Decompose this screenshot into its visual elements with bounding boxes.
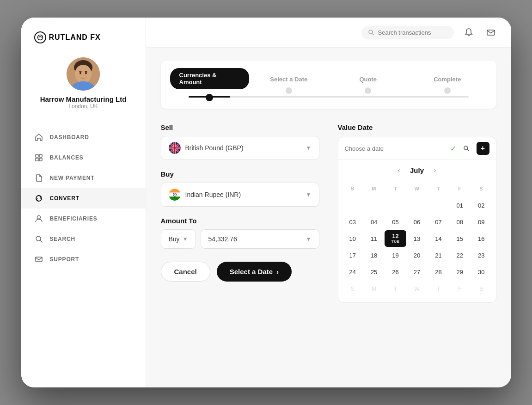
search-input[interactable] [378, 29, 447, 36]
left-column: Sell [161, 123, 319, 303]
svg-rect-26 [169, 189, 181, 193]
cal-day-1[interactable]: 01 [449, 197, 471, 214]
cal-day-15[interactable]: 15 [449, 230, 471, 247]
cal-footer-s1: S [342, 280, 363, 297]
calendar-add-button[interactable]: + [477, 142, 489, 155]
page-content: Currencies & Amount Select a Date Quote … [146, 48, 511, 387]
svg-point-0 [37, 35, 43, 40]
step-date-label: Select a Date [270, 76, 307, 83]
sidebar-item-beneficiaries[interactable]: BENEFICIARIES [21, 209, 146, 229]
search-box[interactable] [361, 26, 454, 39]
cal-day-6[interactable]: 06 [406, 214, 428, 230]
amount-value-text: 54,332.76 [208, 235, 237, 243]
cal-day-3[interactable]: 03 [342, 214, 363, 230]
cal-day-header-t2: T [428, 180, 449, 197]
cal-day-header-f: F [449, 180, 471, 197]
cal-day-29[interactable]: 29 [449, 264, 471, 280]
cal-empty-1 [342, 197, 363, 214]
cal-day-16[interactable]: 16 [471, 230, 492, 247]
cal-day-8[interactable]: 08 [449, 214, 471, 230]
amount-label: Amount To [161, 217, 319, 225]
cal-day-10[interactable]: 10 [342, 230, 363, 247]
cal-day-11[interactable]: 11 [363, 230, 385, 247]
nav: DASHBOARD BALANCES [21, 123, 146, 274]
svg-point-30 [174, 194, 175, 195]
cal-day-12-today[interactable]: 12 TUE [385, 230, 406, 247]
cal-day-2[interactable]: 02 [471, 197, 492, 214]
sidebar-item-new-payment[interactable]: NEW PAYMENT [21, 168, 146, 188]
step-date[interactable]: Select a Date [249, 76, 329, 101]
cal-day-28[interactable]: 28 [428, 264, 449, 280]
cal-day-18[interactable]: 18 [363, 247, 385, 264]
sell-currency-select[interactable]: British Pound (GBP) ▼ [161, 136, 319, 160]
logo-text: RUTLAND FX [49, 33, 101, 42]
cal-day-24[interactable]: 24 [342, 264, 363, 280]
cal-day-26[interactable]: 26 [385, 264, 406, 280]
sidebar-item-convert[interactable]: Convert [21, 188, 146, 209]
sidebar-item-dashboard[interactable]: DASHBOARD [21, 127, 146, 147]
header [146, 18, 511, 48]
cal-day-9[interactable]: 09 [471, 214, 492, 230]
calendar-wrapper: ✓ + ‹ July [338, 137, 496, 303]
step-quote-label: Quote [359, 76, 377, 83]
cal-day-17[interactable]: 17 [342, 247, 363, 264]
calendar-date-input[interactable] [345, 145, 446, 152]
app-container: RUTLAND FX [21, 18, 511, 387]
sidebar-label-balances: BALANCES [50, 154, 84, 161]
search-nav-icon [34, 234, 43, 244]
amount-value-field[interactable]: 54,332.76 ▼ [201, 229, 319, 249]
file-icon [34, 173, 43, 183]
calendar-search-icon[interactable] [460, 142, 473, 155]
sidebar-item-support[interactable]: SUPPORT [21, 249, 146, 270]
step-currencies-dot [206, 94, 213, 101]
step-quote[interactable]: Quote [329, 76, 408, 101]
svg-rect-15 [487, 30, 495, 35]
cal-footer-f: F [449, 280, 471, 297]
cal-day-13[interactable]: 13 [406, 230, 428, 247]
value-date-title: Value Date [338, 123, 496, 131]
company-location: London, UK [68, 103, 98, 110]
calendar-next-month[interactable]: › [429, 165, 440, 176]
calendar-prev-month[interactable]: ‹ [393, 165, 404, 176]
steps-bar: Currencies & Amount Select a Date Quote … [161, 61, 496, 109]
step-complete[interactable]: Complete [408, 76, 487, 101]
amount-type-select[interactable]: Buy ▼ [161, 229, 196, 249]
cal-day-4[interactable]: 04 [363, 214, 385, 230]
mail-header-icon[interactable] [483, 25, 498, 40]
select-date-button[interactable]: Select a Date › [217, 262, 292, 282]
cal-footer-t2: T [428, 280, 449, 297]
svg-rect-13 [36, 257, 42, 262]
cal-footer-w: W [406, 280, 428, 297]
avatar [67, 57, 100, 91]
step-date-dot [286, 87, 292, 94]
sidebar-item-search[interactable]: SEARCH [21, 229, 146, 249]
sidebar-label-search: SEARCH [50, 236, 75, 242]
mail-icon [34, 255, 43, 264]
cal-day-30[interactable]: 30 [471, 264, 492, 280]
avatar-section: Harrow Manufacturing Ltd London, UK [40, 57, 127, 110]
cal-day-5[interactable]: 05 [385, 214, 406, 230]
cancel-button[interactable]: Cancel [161, 262, 210, 282]
sell-currency-text: British Pound (GBP) [185, 144, 244, 152]
sidebar-label-convert: Convert [50, 195, 79, 202]
notification-icon[interactable] [461, 25, 476, 40]
cal-day-7[interactable]: 07 [428, 214, 449, 230]
cal-day-25[interactable]: 25 [363, 264, 385, 280]
cal-day-22[interactable]: 22 [449, 247, 471, 264]
sell-chevron-icon: ▼ [306, 145, 312, 151]
svg-point-6 [85, 72, 87, 74]
cal-day-27[interactable]: 27 [406, 264, 428, 280]
sidebar-item-balances[interactable]: BALANCES [21, 147, 146, 168]
amount-value-chevron-icon: ▼ [306, 236, 312, 242]
cal-day-20[interactable]: 20 [406, 247, 428, 264]
cal-footer-t1: T [385, 280, 406, 297]
amount-row: Buy ▼ 54,332.76 ▼ [161, 229, 319, 249]
cal-day-19[interactable]: 19 [385, 247, 406, 264]
cal-day-21[interactable]: 21 [428, 247, 449, 264]
main-content: Currencies & Amount Select a Date Quote … [146, 18, 511, 387]
calendar-grid: S M T W T F S [338, 180, 496, 302]
cal-day-14[interactable]: 14 [428, 230, 449, 247]
right-column: Value Date ✓ + [338, 123, 496, 303]
buy-currency-select[interactable]: Indian Rupee (INR) ▼ [161, 183, 319, 207]
cal-day-23[interactable]: 23 [471, 247, 492, 264]
